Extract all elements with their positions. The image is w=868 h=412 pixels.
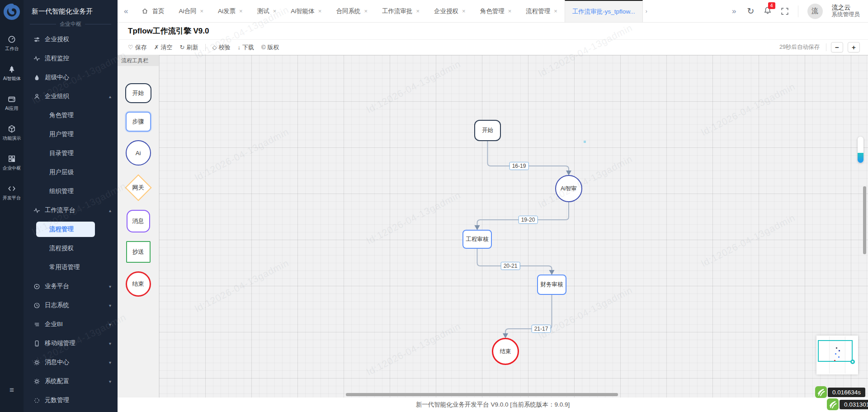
download-button[interactable]: ↓下载: [237, 43, 254, 52]
flow-node-finance-review[interactable]: 财务审核: [537, 275, 566, 295]
sidebar-item-super-center[interactable]: 超级中心: [24, 68, 118, 87]
rail-item-label: 开发平台: [3, 194, 21, 201]
validate-button[interactable]: ◇校验: [212, 43, 230, 52]
fullscreen-icon[interactable]: [781, 7, 789, 15]
home-icon: [142, 8, 148, 14]
sidebar-item-business-platform[interactable]: 业务平台 ▾: [24, 277, 118, 296]
caret-icon[interactable]: ▾: [109, 379, 111, 384]
sidebar-item-enterprise-bi[interactable]: 企业BI ▾: [24, 315, 118, 334]
palette-shape-ai[interactable]: Ai: [126, 140, 151, 166]
sidebar-item-directory-mgmt[interactable]: 目录管理: [24, 144, 118, 163]
close-tab-icon[interactable]: ×: [416, 8, 420, 14]
rail-item-ai-agent[interactable]: Ai智能体: [0, 58, 24, 88]
tab-workflow-approval-tpflow-active[interactable]: 工作流审批-ys_tpflow...: [565, 0, 643, 22]
sidebar-item-log-system[interactable]: 日志系统 ▾: [24, 296, 118, 315]
collapse-sidebar-icon[interactable]: ≡: [0, 386, 24, 395]
sidebar-item-role-mgmt[interactable]: 角色管理: [24, 106, 118, 125]
notification-bell[interactable]: 4: [764, 6, 772, 16]
horizontal-scrollbar[interactable]: [346, 393, 618, 396]
refresh-button[interactable]: ↻刷新: [180, 43, 198, 52]
tab-process-mgmt[interactable]: 流程管理×: [519, 0, 565, 22]
edge-label[interactable]: 21-17: [532, 325, 551, 333]
close-tab-icon[interactable]: ×: [462, 8, 466, 14]
tab-home[interactable]: 首页: [134, 0, 171, 22]
caret-icon[interactable]: ▴: [109, 208, 111, 213]
tab-overflow-icon[interactable]: ›: [643, 0, 650, 22]
tab-ai-contract[interactable]: Ai合同×: [171, 0, 211, 22]
minimap[interactable]: [816, 336, 858, 374]
tabs-scroll-left-icon[interactable]: «: [118, 0, 134, 22]
rail-item-workbench[interactable]: 工作台: [0, 28, 24, 58]
sidebar-item-org-mgmt[interactable]: 组织管理: [24, 182, 118, 201]
edge-label[interactable]: 20-21: [501, 262, 520, 270]
vertical-scrollbar[interactable]: [863, 186, 866, 254]
canvas-zoom-slider[interactable]: [858, 137, 863, 163]
tab-ai-invoice[interactable]: Ai发票×: [211, 0, 250, 22]
pulse-icon: [33, 207, 40, 214]
close-tab-icon[interactable]: ×: [364, 8, 368, 14]
edge-label[interactable]: 19-20: [519, 216, 538, 224]
zoom-out-button[interactable]: −: [831, 42, 843, 52]
user-name: 流之云: [832, 4, 860, 12]
tab-enterprise-auth[interactable]: 企业授权×: [427, 0, 473, 22]
rail-item-enterprise-hub[interactable]: 企业中枢: [0, 148, 24, 178]
tab-test[interactable]: 测试×: [250, 0, 284, 22]
rail-item-ai-app[interactable]: Ai应用: [0, 88, 24, 118]
flow-node-ai-review[interactable]: Ai智审: [555, 175, 582, 202]
zoom-in-button[interactable]: +: [848, 42, 860, 52]
close-tab-icon[interactable]: ×: [200, 8, 203, 14]
sidebar-item-mobile-mgmt[interactable]: 移动端管理 ▾: [24, 334, 118, 353]
caret-icon[interactable]: ▾: [109, 322, 111, 327]
sidebar-item-enterprise-org[interactable]: 企业组织 ▴: [24, 87, 118, 106]
sidebar-item-enterprise-auth[interactable]: 企业授权: [24, 30, 118, 49]
tab-workflow-approval[interactable]: 工作流审批×: [375, 0, 427, 22]
palette-shape-end[interactable]: 结束: [126, 271, 151, 297]
tab-ai-agent[interactable]: Ai智能体×: [283, 0, 329, 22]
palette-shape-step[interactable]: 步骤: [126, 112, 151, 132]
sidebar-item-system-config[interactable]: 系统配置 ▾: [24, 372, 118, 391]
close-tab-icon[interactable]: ×: [318, 8, 322, 14]
sidebar-item-message-center[interactable]: 消息中心 ▾: [24, 353, 118, 372]
sidebar-item-user-mgmt[interactable]: 用户管理: [24, 125, 118, 144]
save-button[interactable]: ♡保存: [128, 43, 147, 52]
sidebar-item-process-mgmt[interactable]: 流程管理: [24, 220, 118, 239]
sidebar-item-workflow-platform[interactable]: 工作流平台 ▴: [24, 201, 118, 220]
sidebar-item-process-auth[interactable]: 流程授权: [24, 239, 118, 258]
rail-item-demo[interactable]: 功能演示: [0, 118, 24, 148]
flow-node-engineering-review[interactable]: 工程审核: [462, 230, 492, 249]
palette-shape-start[interactable]: 开始: [125, 83, 151, 103]
tab-contract-system[interactable]: 合同系统×: [329, 0, 375, 22]
close-tab-icon[interactable]: ×: [554, 8, 557, 14]
sidebar-item-user-level[interactable]: 用户层级: [24, 163, 118, 182]
caret-icon[interactable]: ▾: [109, 341, 111, 346]
sidebar-item-metadata-mgmt[interactable]: 元数管理: [24, 391, 118, 410]
user-menu[interactable]: 流之云 系统管理员: [832, 4, 860, 19]
palette-shape-message[interactable]: 消息: [127, 210, 150, 232]
tab-role-mgmt[interactable]: 角色管理×: [473, 0, 519, 22]
close-tab-icon[interactable]: ×: [508, 8, 512, 14]
divider: [798, 5, 798, 17]
caret-icon[interactable]: ▴: [109, 94, 111, 99]
caret-icon[interactable]: ▾: [109, 360, 111, 365]
minimap-viewport[interactable]: [818, 340, 853, 362]
sidebar-item-process-monitor[interactable]: 流程监控: [24, 49, 118, 68]
clear-button[interactable]: ✗清空: [154, 43, 173, 52]
palette-shape-cc[interactable]: 抄送: [126, 241, 151, 263]
close-tab-icon[interactable]: ×: [273, 8, 277, 14]
palette-shape-gateway[interactable]: 网关: [125, 174, 152, 201]
refresh-icon[interactable]: ↻: [747, 7, 755, 15]
flow-node-end[interactable]: 结束: [492, 338, 519, 365]
caret-icon[interactable]: ▾: [109, 303, 111, 308]
sidebar-item-phrase-mgmt[interactable]: 常用语管理: [24, 258, 118, 277]
flow-canvas[interactable]: 16-19 19-20 20-21 21-17 开始 Ai智审 工程审核 财务审…: [159, 55, 868, 398]
close-tab-icon[interactable]: ×: [239, 8, 243, 14]
minimap-resize-handle[interactable]: [850, 360, 855, 364]
flow-node-start[interactable]: 开始: [474, 120, 501, 141]
caret-icon[interactable]: ▾: [109, 284, 111, 289]
avatar[interactable]: 流: [807, 4, 823, 19]
copyright-button[interactable]: ©版权: [261, 43, 279, 52]
edge-label[interactable]: 16-19: [509, 162, 529, 170]
rail-item-dev-platform[interactable]: 开发平台: [0, 178, 24, 208]
gear-icon: [33, 378, 40, 385]
tabs-scroll-right-icon[interactable]: »: [730, 7, 738, 16]
